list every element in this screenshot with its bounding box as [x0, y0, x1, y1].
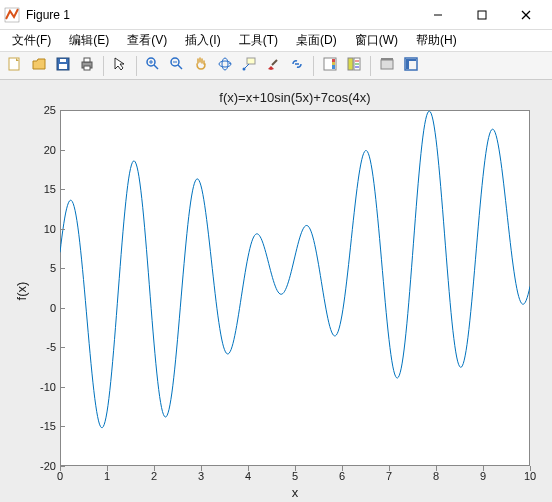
open-file-button[interactable] — [28, 55, 50, 77]
menu-item-4[interactable]: 工具(T) — [231, 30, 286, 51]
close-button[interactable] — [504, 0, 548, 30]
new-figure-icon — [7, 56, 23, 75]
svg-rect-11 — [84, 66, 90, 70]
toolbar — [0, 52, 552, 80]
link-button[interactable] — [286, 55, 308, 77]
menubar: 文件(F)编辑(E)查看(V)插入(I)工具(T)桌面(D)窗口(W)帮助(H) — [0, 30, 552, 52]
insert-colorbar-icon — [322, 56, 338, 75]
data-cursor-button[interactable] — [238, 55, 260, 77]
menu-item-1[interactable]: 编辑(E) — [61, 30, 117, 51]
brush-button[interactable] — [262, 55, 284, 77]
plot-title: f(x)=x+10sin(5x)+7cos(4x) — [60, 90, 530, 105]
new-figure-button[interactable] — [4, 55, 26, 77]
svg-point-20 — [222, 58, 228, 70]
ytick-mark — [60, 347, 65, 348]
xtick-label: 4 — [245, 470, 251, 482]
svg-point-23 — [243, 68, 246, 71]
ytick-mark — [60, 229, 65, 230]
edit-plot-icon — [112, 56, 128, 75]
xtick-label: 2 — [151, 470, 157, 482]
titlebar: Figure 1 — [0, 0, 552, 30]
xtick-label: 3 — [198, 470, 204, 482]
toolbar-separator — [136, 56, 137, 76]
ytick-mark — [60, 426, 65, 427]
print-icon — [79, 56, 95, 75]
svg-rect-35 — [381, 58, 393, 60]
svg-rect-38 — [406, 59, 409, 69]
toolbar-separator — [313, 56, 314, 76]
xtick-label: 7 — [386, 470, 392, 482]
xtick-label: 8 — [433, 470, 439, 482]
ytick-mark — [60, 466, 65, 467]
svg-rect-21 — [247, 58, 255, 64]
menu-item-3[interactable]: 插入(I) — [177, 30, 228, 51]
zoom-in-icon — [145, 56, 161, 75]
insert-legend-icon — [346, 56, 362, 75]
svg-rect-27 — [332, 59, 335, 62]
link-icon — [289, 56, 305, 75]
ytick-mark — [60, 268, 65, 269]
svg-line-13 — [154, 65, 158, 69]
xtick-label: 10 — [524, 470, 536, 482]
svg-rect-34 — [381, 60, 393, 69]
minimize-button[interactable] — [416, 0, 460, 30]
maximize-button[interactable] — [460, 0, 504, 30]
xtick-label: 6 — [339, 470, 345, 482]
ytick-mark — [60, 110, 65, 111]
ytick-label: -10 — [40, 381, 56, 393]
x-axis-label: x — [60, 485, 530, 500]
open-file-icon — [31, 56, 47, 75]
zoom-in-button[interactable] — [142, 55, 164, 77]
brush-icon — [265, 56, 281, 75]
menu-item-2[interactable]: 查看(V) — [119, 30, 175, 51]
show-tools-icon — [403, 56, 419, 75]
ytick-mark — [60, 189, 65, 190]
xtick-label: 1 — [104, 470, 110, 482]
line-series — [60, 110, 530, 466]
svg-rect-28 — [332, 62, 335, 65]
insert-legend-button[interactable] — [343, 55, 365, 77]
svg-rect-29 — [348, 58, 353, 70]
xtick-label: 5 — [292, 470, 298, 482]
ytick-label: 15 — [44, 183, 56, 195]
rotate-3d-button[interactable] — [214, 55, 236, 77]
ytick-label: 5 — [50, 262, 56, 274]
plot-area: f(x)=x+10sin(5x)+7cos(4x) f(x) x 0123456… — [0, 80, 552, 502]
svg-line-24 — [272, 60, 277, 65]
ytick-label: 20 — [44, 144, 56, 156]
zoom-out-button[interactable] — [166, 55, 188, 77]
save-icon — [55, 56, 71, 75]
ytick-label: 25 — [44, 104, 56, 116]
svg-rect-7 — [59, 64, 67, 69]
window-title: Figure 1 — [26, 8, 416, 22]
print-button[interactable] — [76, 55, 98, 77]
insert-colorbar-button[interactable] — [319, 55, 341, 77]
menu-item-6[interactable]: 窗口(W) — [347, 30, 406, 51]
toolbar-separator — [370, 56, 371, 76]
xtick-label: 9 — [480, 470, 486, 482]
edit-plot-button[interactable] — [109, 55, 131, 77]
ytick-label: 10 — [44, 223, 56, 235]
pan-button[interactable] — [190, 55, 212, 77]
svg-line-17 — [178, 65, 182, 69]
save-button[interactable] — [52, 55, 74, 77]
menu-item-7[interactable]: 帮助(H) — [408, 30, 465, 51]
hide-tools-button[interactable] — [376, 55, 398, 77]
svg-rect-10 — [84, 58, 90, 62]
hide-tools-icon — [379, 56, 395, 75]
rotate-3d-icon — [217, 56, 233, 75]
menu-item-5[interactable]: 桌面(D) — [288, 30, 345, 51]
data-cursor-icon — [241, 56, 257, 75]
ytick-mark — [60, 308, 65, 309]
xtick-label: 0 — [57, 470, 63, 482]
pan-icon — [193, 56, 209, 75]
y-axis-label: f(x) — [14, 282, 29, 301]
matlab-figure-icon — [4, 7, 20, 23]
ytick-label: -5 — [46, 341, 56, 353]
menu-item-0[interactable]: 文件(F) — [4, 30, 59, 51]
ytick-label: -15 — [40, 420, 56, 432]
ytick-label: -20 — [40, 460, 56, 472]
show-tools-button[interactable] — [400, 55, 422, 77]
zoom-out-icon — [169, 56, 185, 75]
toolbar-separator — [103, 56, 104, 76]
